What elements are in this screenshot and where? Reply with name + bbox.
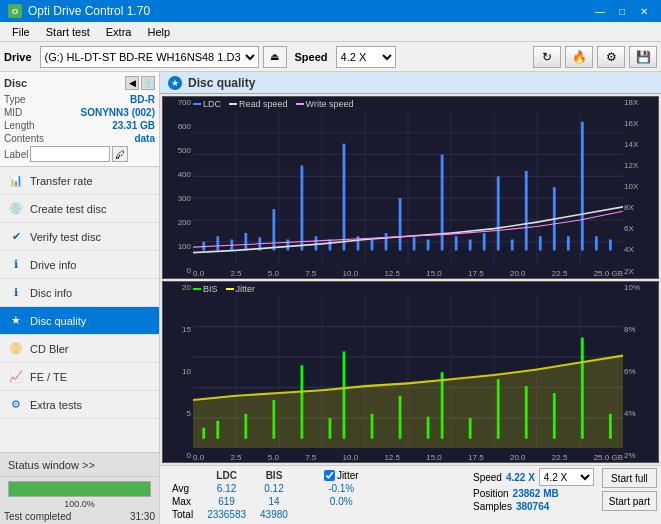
progress-bar-fill bbox=[9, 482, 150, 496]
extra-tests-icon: ⚙ bbox=[8, 397, 24, 413]
svg-rect-27 bbox=[371, 240, 374, 251]
sidebar-item-transfer-rate[interactable]: 📊 Transfer rate bbox=[0, 167, 159, 195]
max-label: Max bbox=[166, 496, 199, 507]
svg-rect-31 bbox=[427, 240, 430, 251]
start-full-button[interactable]: Start full bbox=[602, 468, 657, 488]
disc-quality-icon: ★ bbox=[8, 313, 24, 329]
drive-label: Drive bbox=[4, 51, 36, 63]
disc-icon-btn[interactable]: 💿 bbox=[141, 76, 155, 90]
legend-read-speed: Read speed bbox=[229, 99, 288, 109]
svg-rect-41 bbox=[567, 236, 570, 250]
chart2-y-right: 10% 8% 6% 4% 2% bbox=[624, 282, 658, 463]
burn-button[interactable]: 🔥 bbox=[565, 46, 593, 68]
svg-rect-28 bbox=[385, 233, 388, 250]
speed-select[interactable]: 4.2 X bbox=[336, 46, 396, 68]
menu-start-test[interactable]: Start test bbox=[38, 24, 98, 40]
save-button[interactable]: 💾 bbox=[629, 46, 657, 68]
chart2-inner bbox=[193, 296, 623, 449]
max-ldc: 619 bbox=[201, 496, 252, 507]
read-speed-dot bbox=[229, 103, 237, 105]
cd-bler-icon: 📀 bbox=[8, 341, 24, 357]
sidebar-label-disc-quality: Disc quality bbox=[30, 315, 86, 327]
sidebar-label-create-test: Create test disc bbox=[30, 203, 106, 215]
sidebar-label-cd-bler: CD Bler bbox=[30, 343, 69, 355]
progress-bar bbox=[8, 481, 151, 497]
menu-help[interactable]: Help bbox=[139, 24, 178, 40]
chart1-y-left: 700 600 500 400 300 200 100 0 bbox=[163, 97, 191, 278]
jitter-checkbox[interactable] bbox=[324, 470, 335, 481]
max-bis: 14 bbox=[254, 496, 294, 507]
drive-toolbar: Drive (G:) HL-DT-ST BD-RE WH16NS48 1.D3 … bbox=[0, 42, 661, 72]
samples-value: 380764 bbox=[516, 501, 549, 512]
label-input[interactable] bbox=[30, 146, 110, 162]
mid-label: MID bbox=[4, 107, 22, 118]
app-title: Opti Drive Control 1.70 bbox=[28, 4, 150, 18]
sidebar-label-fe-te: FE / TE bbox=[30, 371, 67, 383]
samples-label: Samples bbox=[473, 501, 512, 512]
chart1-x-labels: 0.0 2.5 5.0 7.5 10.0 12.5 15.0 17.5 20.0… bbox=[193, 269, 623, 278]
sidebar-label-transfer-rate: Transfer rate bbox=[30, 175, 93, 187]
menu-extra[interactable]: Extra bbox=[98, 24, 140, 40]
sidebar-item-disc-info[interactable]: ℹ Disc info bbox=[0, 279, 159, 307]
contents-value: data bbox=[134, 133, 155, 144]
sidebar-item-drive-info[interactable]: ℹ Drive info bbox=[0, 251, 159, 279]
svg-rect-33 bbox=[455, 236, 458, 250]
verify-test-icon: ✔ bbox=[8, 229, 24, 245]
start-part-button[interactable]: Start part bbox=[602, 491, 657, 511]
disc-info-icon: ℹ bbox=[8, 285, 24, 301]
chart2-legend: BIS Jitter bbox=[193, 284, 255, 294]
avg-label: Avg bbox=[166, 483, 199, 494]
settings-button[interactable]: ⚙ bbox=[597, 46, 625, 68]
menu-file[interactable]: File bbox=[4, 24, 38, 40]
samples-row: Samples 380764 bbox=[473, 501, 594, 512]
svg-rect-39 bbox=[539, 236, 542, 250]
sidebar-item-cd-bler[interactable]: 📀 CD Bler bbox=[0, 335, 159, 363]
write-speed-dot bbox=[296, 103, 304, 105]
disc-arrow-btn[interactable]: ◀ bbox=[125, 76, 139, 90]
stats-bar: LDC BIS Jitter Avg 6.12 0.12 -0.1 bbox=[160, 465, 661, 524]
sidebar-item-disc-quality[interactable]: ★ Disc quality bbox=[0, 307, 159, 335]
mid-value: SONYNN3 (002) bbox=[81, 107, 155, 118]
status-window-button[interactable]: Status window >> bbox=[0, 453, 159, 477]
sidebar-item-create-test[interactable]: 💿 Create test disc bbox=[0, 195, 159, 223]
sidebar-label-verify-test: Verify test disc bbox=[30, 231, 101, 243]
ldc-dot bbox=[193, 103, 201, 105]
app-icon: O bbox=[8, 4, 22, 18]
bis-dot bbox=[193, 288, 201, 290]
stats-right: Speed 4.22 X 4.2 X Position 23862 MB Sam… bbox=[473, 468, 594, 512]
speed-val-select[interactable]: 4.2 X bbox=[539, 468, 594, 486]
status-text: Test completed 31:30 bbox=[0, 511, 159, 524]
maximize-button[interactable]: □ bbox=[613, 4, 631, 18]
svg-rect-25 bbox=[343, 144, 346, 251]
length-value: 23.31 GB bbox=[112, 120, 155, 131]
refresh-button[interactable]: ↻ bbox=[533, 46, 561, 68]
minimize-button[interactable]: — bbox=[591, 4, 609, 18]
speed-label: Speed bbox=[291, 51, 332, 63]
sidebar-label-extra-tests: Extra tests bbox=[30, 399, 82, 411]
position-row: Position 23862 MB bbox=[473, 488, 594, 499]
sidebar-label-disc-info: Disc info bbox=[30, 287, 72, 299]
action-buttons: Start full Start part bbox=[602, 468, 657, 511]
sidebar-item-verify-test[interactable]: ✔ Verify test disc bbox=[0, 223, 159, 251]
create-test-icon: 💿 bbox=[8, 201, 24, 217]
legend-write-speed: Write speed bbox=[296, 99, 354, 109]
drive-info-icon: ℹ bbox=[8, 257, 24, 273]
drive-select[interactable]: (G:) HL-DT-ST BD-RE WH16NS48 1.D3 bbox=[40, 46, 259, 68]
svg-rect-23 bbox=[315, 236, 318, 250]
chart2-x-labels: 0.0 2.5 5.0 7.5 10.0 12.5 15.0 17.5 20.0… bbox=[193, 453, 623, 462]
label-set-button[interactable]: 🖊 bbox=[112, 146, 128, 162]
transfer-rate-icon: 📊 bbox=[8, 173, 24, 189]
svg-rect-37 bbox=[511, 240, 514, 251]
disc-quality-title: Disc quality bbox=[188, 76, 255, 90]
svg-rect-34 bbox=[469, 240, 472, 251]
progress-text: 100.0% bbox=[4, 499, 155, 509]
sidebar-item-extra-tests[interactable]: ⚙ Extra tests bbox=[0, 391, 159, 419]
sidebar: Disc ◀ 💿 Type BD-R MID SONYNN3 (002) Len… bbox=[0, 72, 160, 524]
close-button[interactable]: ✕ bbox=[635, 4, 653, 18]
chart-bis: BIS Jitter 20 15 10 5 0 10% bbox=[162, 281, 659, 464]
svg-rect-24 bbox=[329, 240, 332, 251]
eject-button[interactable]: ⏏ bbox=[263, 46, 287, 68]
disc-quality-header-icon: ★ bbox=[168, 76, 182, 90]
sidebar-item-fe-te[interactable]: 📈 FE / TE bbox=[0, 363, 159, 391]
jitter-dot bbox=[226, 288, 234, 290]
